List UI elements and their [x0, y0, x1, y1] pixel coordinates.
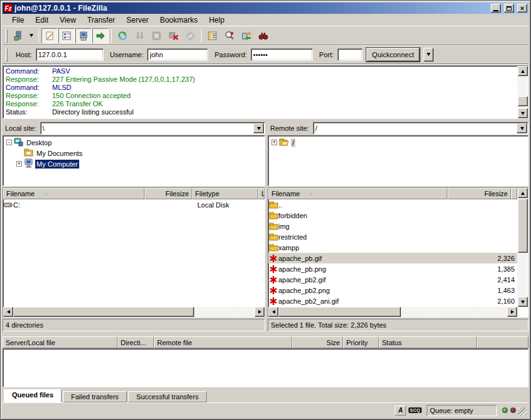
column-label: Status [382, 339, 402, 346]
expand-expander[interactable]: + [16, 161, 22, 167]
username-input[interactable] [147, 48, 208, 61]
local-site-combo[interactable]: \ [40, 122, 265, 135]
scroll-thumb[interactable] [518, 96, 528, 106]
local-list-body[interactable]: C: Local Disk [3, 199, 265, 307]
scroll-down-button[interactable] [518, 297, 528, 307]
transfer-type-indicator-icon[interactable]: A [395, 406, 406, 416]
column-header-filesize[interactable]: Filesize [447, 188, 511, 199]
scroll-left-button[interactable] [3, 307, 13, 317]
find-button[interactable] [255, 28, 271, 43]
menu-view[interactable]: View [54, 14, 82, 26]
compare-button[interactable] [221, 28, 238, 43]
resize-grip[interactable] [518, 407, 527, 416]
message-log[interactable]: Command:PASV Response:227 Entering Passi… [3, 65, 528, 119]
site-manager-dropdown[interactable] [27, 28, 36, 43]
quickconnect-button[interactable]: Quickconnect [366, 48, 420, 62]
titlebar[interactable]: Fz john@127.0.0.1 - FileZilla × [3, 3, 528, 14]
scroll-up-button[interactable] [518, 188, 528, 198]
port-input[interactable] [337, 48, 363, 61]
log-label: Command: [6, 84, 52, 92]
minimize-button[interactable] [491, 4, 501, 13]
column-header-priority[interactable]: Priority [343, 336, 379, 348]
remote-list-body[interactable]: .. forbidden img restricted [268, 199, 517, 307]
local-status-panel: 4 directories [3, 319, 265, 331]
column-header-filename[interactable]: Filename [268, 188, 447, 199]
quickconnect-dropdown[interactable] [424, 48, 434, 62]
column-header-filetype[interactable]: Filetype [192, 188, 258, 199]
tab-successful-transfers[interactable]: Successful transfers [128, 391, 207, 402]
remote-row[interactable]: img [268, 221, 517, 231]
tree-item-desktop[interactable]: - Desktop [3, 137, 265, 148]
menu-bookmarks[interactable]: Bookmarks [154, 14, 203, 26]
scroll-down-button[interactable] [518, 108, 528, 118]
remote-row[interactable]: forbidden [268, 210, 517, 221]
host-input[interactable] [36, 48, 104, 61]
column-header-server-local-file[interactable]: Server/Local file [3, 336, 118, 348]
process-queue-button[interactable] [131, 28, 148, 43]
sync-browse-button[interactable] [238, 28, 255, 43]
scroll-right-button[interactable] [507, 307, 517, 317]
local-horizontal-scrollbar[interactable] [3, 307, 265, 317]
column-header-filesize[interactable]: Filesize [145, 188, 192, 199]
tree-item-my-documents[interactable]: My Documents [3, 148, 265, 158]
remote-row[interactable]: restricted [268, 231, 517, 242]
menu-file[interactable]: File [6, 14, 30, 26]
scroll-right-button[interactable] [255, 307, 265, 317]
column-header-size[interactable]: Size [292, 336, 343, 348]
column-label: Filesize [165, 190, 189, 197]
remote-vertical-scrollbar[interactable] [517, 188, 528, 307]
remote-row[interactable]: xampp [268, 242, 517, 253]
tree-item-root[interactable]: + / [268, 137, 528, 148]
reconnect-button[interactable] [182, 28, 199, 43]
remote-site-combo[interactable]: / [313, 122, 528, 135]
menu-help[interactable]: Help [203, 14, 230, 26]
column-header-filename[interactable]: Filename [3, 188, 145, 199]
remote-horizontal-scrollbar[interactable] [268, 307, 517, 317]
scroll-thumb[interactable] [278, 307, 401, 317]
toggle-message-log-button[interactable] [41, 28, 58, 43]
menu-edit[interactable]: Edit [30, 14, 54, 26]
local-site-combo-button[interactable] [253, 123, 264, 133]
remote-row[interactable]: .. [268, 199, 517, 210]
tab-failed-transfers[interactable]: Failed transfers [63, 391, 127, 402]
remote-tree[interactable]: + / [268, 135, 528, 186]
toggle-queue-button[interactable] [92, 28, 109, 43]
site-manager-button[interactable] [10, 28, 26, 43]
scroll-left-button[interactable] [268, 307, 278, 317]
remote-row[interactable]: apache_pb2.png 1,463 [268, 285, 517, 296]
scroll-thumb[interactable] [518, 199, 528, 253]
remote-row-selected[interactable]: apache_pb.gif 2,326 [268, 253, 517, 263]
menu-transfer[interactable]: Transfer [82, 14, 121, 26]
scroll-up-button[interactable] [518, 66, 528, 76]
column-header-remote-file[interactable]: Remote file [154, 336, 292, 348]
column-header-last-modified[interactable]: L [258, 188, 265, 199]
scroll-thumb[interactable] [13, 307, 194, 317]
filter-button[interactable] [204, 28, 221, 43]
column-header-status[interactable]: Status [379, 336, 477, 348]
collapse-expander[interactable]: - [6, 140, 12, 145]
arrow-up-icon [521, 70, 525, 73]
expand-expander[interactable]: + [271, 140, 277, 145]
tab-queued-files[interactable]: Queued files [4, 389, 62, 402]
queue-list[interactable] [3, 348, 528, 387]
remote-site-combo-button[interactable] [517, 123, 527, 133]
toggle-local-tree-button[interactable] [58, 28, 75, 43]
queue-header: Server/Local file Directi... Remote file… [3, 336, 528, 348]
menu-server[interactable]: Server [121, 14, 154, 26]
remote-row[interactable]: apache_pb.png 1,385 [268, 263, 517, 274]
local-tree[interactable]: - Desktop My Documents + My Computer [3, 135, 265, 186]
column-header-direction[interactable]: Directi... [118, 336, 154, 348]
maximize-button[interactable] [504, 4, 514, 13]
disconnect-button[interactable] [165, 28, 182, 43]
remote-row[interactable]: apache_pb2.gif 2,414 [268, 274, 517, 285]
refresh-button[interactable] [114, 28, 131, 43]
close-button[interactable]: × [517, 4, 527, 13]
compare-icon [224, 31, 234, 41]
log-scrollbar[interactable] [517, 66, 528, 118]
toggle-remote-tree-button[interactable] [75, 28, 92, 43]
tree-item-my-computer[interactable]: + My Computer [3, 158, 265, 169]
cancel-button[interactable] [148, 28, 165, 43]
local-row-c-drive[interactable]: C: Local Disk [3, 199, 265, 210]
remote-row[interactable]: apache_pb2_ani.gif 2,160 [268, 296, 517, 306]
password-input[interactable] [251, 48, 313, 61]
